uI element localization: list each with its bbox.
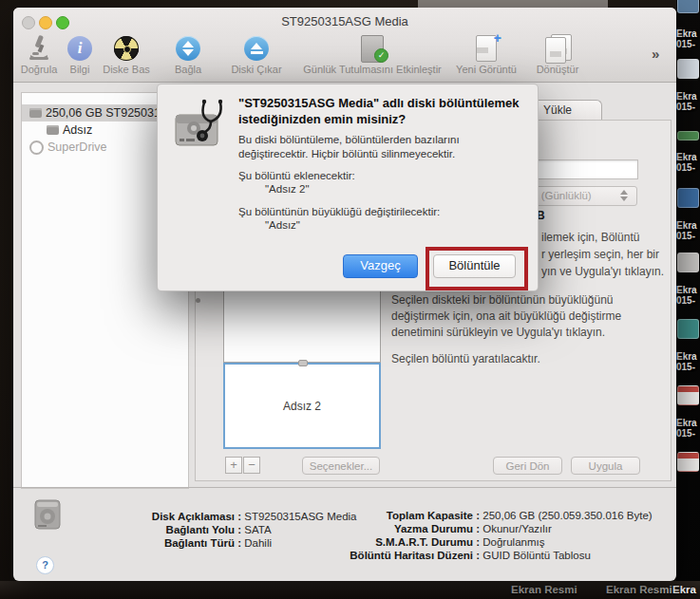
desktop-file-icon[interactable] (677, 319, 699, 339)
instructions-resize: Seçilen diskteki bir bölüntünün büyüklüğ… (391, 292, 672, 341)
apply-button[interactable]: Uygula (571, 457, 640, 475)
drive-icon (47, 125, 59, 135)
add-partition-button[interactable]: + (225, 457, 242, 474)
info-row: Bağlantı Yolu : SATA (70, 524, 272, 535)
optical-disc-icon (29, 140, 44, 155)
toolbar-mount[interactable]: Bağla (165, 34, 211, 78)
minimize-button[interactable] (39, 16, 52, 29)
desktop-file-label: Ekra015- (676, 152, 700, 173)
annotation-highlight-box (426, 247, 528, 290)
instructions-line: r yerleşim seçin, her bir (541, 248, 684, 261)
desktop-file-label: Ekra015- (676, 28, 700, 49)
dialog-resize-value: "Adsız" (265, 219, 300, 231)
desktop-file-label: Ekra015- (676, 91, 700, 112)
disk-utility-icon (173, 98, 228, 157)
partition-confirm-dialog: "ST9250315ASG Media" adlı diski bölüntül… (157, 84, 539, 291)
info-row: S.M.A.R.T. Durumu : Doğrulanmış (251, 536, 544, 548)
cancel-button[interactable]: Vazgeç (343, 254, 418, 278)
check-icon: ✓ (374, 48, 388, 63)
toolbar-burn[interactable]: Diske Bas (97, 34, 156, 78)
info-row: Toplam Kapasite : 250,06 GB (250.059.350… (251, 510, 653, 521)
toolbar-convert[interactable]: Dönüştür (526, 34, 589, 78)
info-divider (13, 487, 676, 488)
mount-icon (176, 36, 200, 61)
info-icon: i (67, 36, 92, 61)
help-button[interactable]: ? (36, 556, 54, 574)
dialog-add-label: Şu bölüntü eklenecektir: (238, 170, 355, 181)
desktop-file-icon[interactable] (677, 131, 699, 140)
burn-icon (114, 36, 139, 61)
eject-icon (244, 36, 269, 61)
dialog-title: "ST9250315ASG Media" adlı diski bölüntül… (238, 95, 525, 127)
desktop-file-label: Ekra015- (676, 285, 700, 306)
desktop-file-label: Ekra015- (676, 351, 700, 372)
toolbar-overflow-chevron[interactable]: » (652, 46, 659, 62)
info-row: Bağlantı Türü : Dahili (70, 537, 272, 549)
partition-adsiz2[interactable]: Adsız 2 (223, 363, 381, 449)
resize-handle[interactable] (298, 360, 308, 366)
desktop-bottom-strip: Ekran Resmi Ekran Resmi Ekra (0, 581, 700, 599)
drive-icon (34, 499, 61, 533)
toolbar-info[interactable]: i Bilgi (63, 34, 97, 78)
desktop-file-icon[interactable] (677, 452, 699, 472)
desktop-file-icon[interactable] (677, 59, 699, 79)
microscope-icon (15, 34, 63, 63)
toolbar-verify[interactable]: Doğrula (15, 34, 63, 78)
zoom-button[interactable] (56, 16, 69, 29)
instructions-line: ilemek için, Bölüntü (541, 231, 684, 244)
toolbar-enable-journaling[interactable]: ✓ Günlük Tutulmasını Etkinleştir (291, 34, 454, 78)
stepper-icon[interactable] (617, 188, 631, 202)
instructions-create: Seçilen bölüntü yaratılacaktır. (391, 351, 672, 367)
desktop-file-icon[interactable] (677, 385, 699, 405)
desktop-file-label: Ekra015- (676, 418, 700, 439)
window-title: ST9250315ASG Media (13, 14, 676, 28)
journaling-disk-icon: ✓ (358, 34, 387, 63)
desktop-file-label: Ekran Resmi (606, 584, 672, 595)
revert-button[interactable]: Geri Dön (493, 457, 562, 475)
close-button[interactable] (22, 16, 35, 29)
info-row: Yazma Durumu : Okunur/Yazılır (251, 523, 552, 534)
desktop-right-column: Ekra015- Ekra015- Ekra015- Ekra015- Ekra… (676, 0, 700, 599)
desktop-file-icon[interactable] (677, 0, 699, 13)
convert-icon (543, 34, 572, 63)
dialog-resize-label: Şu bölüntünün büyüklüğü değiştirilecekti… (238, 206, 440, 217)
splitter-handle[interactable] (196, 298, 200, 303)
plus-icon: + (494, 32, 501, 44)
titlebar: ST9250315ASG Media Doğrula i (13, 8, 676, 83)
screen: Ekra015- Ekra015- Ekra015- Ekra015- Ekra… (0, 0, 700, 599)
dialog-add-value: "Adsız 2" (265, 183, 310, 195)
new-image-icon: + (473, 34, 500, 63)
toolbar-eject[interactable]: Diski Çıkar (224, 34, 289, 78)
instructions-line: yın ve Uygula'yı tıklayın. (541, 265, 684, 278)
desktop-file-icon[interactable] (677, 188, 699, 208)
options-button[interactable]: Seçenekler... (302, 457, 380, 475)
dialog-body: Bu diski bölüntüleme, bölüntülerden bazı… (238, 133, 516, 161)
desktop-file-label: Ekra (672, 584, 696, 595)
info-row: Bölüntü Haritası Düzeni : GUID Bölüntü T… (251, 550, 591, 561)
toolbar-new-image[interactable]: + Yeni Görüntü (448, 34, 524, 78)
desktop-file-label: Ekran Resmi (511, 584, 577, 595)
drive-icon (29, 108, 42, 118)
remove-partition-button[interactable]: − (243, 457, 260, 474)
